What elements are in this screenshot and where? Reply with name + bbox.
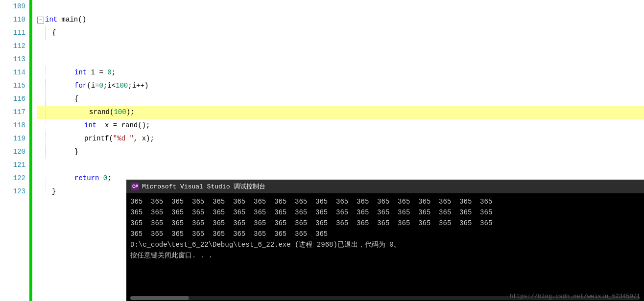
code-line-114: int i = 0;	[37, 66, 644, 79]
code-line-116: {	[37, 93, 644, 106]
code-line-117: srand(100);	[37, 106, 644, 119]
debug-console-title: Microsoft Visual Studio 调试控制台	[142, 182, 265, 191]
line-numbers: 109 110 111 112 113 114 115 116 117 118 …	[0, 0, 29, 301]
output-line-1: 365 365 365 365 365 365 365 365 365 365 …	[130, 196, 640, 207]
fold-icon-110[interactable]: −	[37, 17, 44, 23]
code-line-109	[37, 0, 644, 13]
code-line-113	[37, 53, 644, 66]
output-line-4: 365 365 365 365 365 365 365 365 365 365	[130, 229, 640, 239]
vs-logo-icon: C#	[131, 183, 139, 190]
code-line-118: int x = rand();	[37, 119, 644, 132]
debug-console[interactable]: C# Microsoft Visual Studio 调试控制台 365 365…	[126, 180, 644, 301]
code-line-115: for(i=0;i<100;i++)	[37, 79, 644, 93]
debug-console-content: 365 365 365 365 365 365 365 365 365 365 …	[126, 193, 644, 264]
code-line-110: −int main()	[37, 13, 644, 26]
code-line-120: }	[37, 145, 644, 159]
code-line-111: {	[37, 26, 644, 40]
csdn-link[interactable]: https://blog.csdn.net/weixin_52345071	[510, 293, 640, 300]
console-scrollbar-thumb[interactable]	[130, 296, 189, 300]
output-line-2: 365 365 365 365 365 365 365 365 365 365 …	[130, 207, 640, 218]
code-line-121	[37, 159, 644, 172]
exit-line: D:\c_code\test_6_22\Debug\test_6_22.exe …	[130, 239, 640, 250]
code-line-112	[37, 40, 644, 53]
code-line-119: printf("%d ", x);	[37, 132, 644, 145]
debug-console-titlebar: C# Microsoft Visual Studio 调试控制台	[126, 180, 644, 193]
output-line-3: 365 365 365 365 365 365 365 365 365 365 …	[130, 218, 640, 229]
prompt-line: 按任意键关闭此窗口. . .	[130, 250, 640, 261]
